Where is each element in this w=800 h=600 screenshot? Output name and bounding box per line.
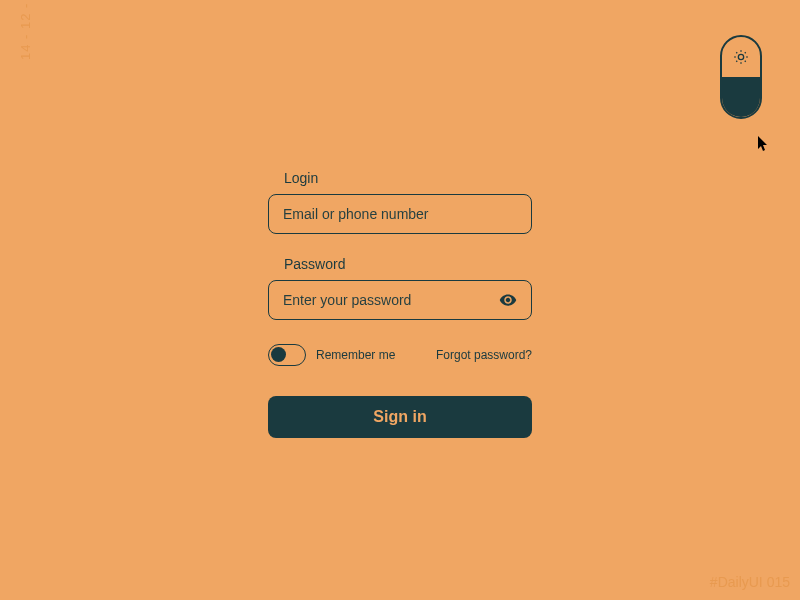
svg-line-3 [736,52,737,53]
login-field-group: Login Email or phone number [268,170,532,234]
svg-line-4 [745,61,746,62]
login-placeholder: Email or phone number [283,206,429,222]
theme-toggle-light [722,37,760,77]
remember-toggle[interactable] [268,344,306,366]
theme-toggle-dark [722,77,760,117]
options-row: Remember me Forgot password? [268,344,532,366]
password-placeholder: Enter your password [283,292,411,308]
signin-button[interactable]: Sign in [268,396,532,438]
login-label: Login [284,170,532,186]
remember-group: Remember me [268,344,395,366]
date-label: 14 - 12 - 2021 [18,0,33,60]
remember-label: Remember me [316,348,395,362]
svg-point-0 [738,54,743,59]
toggle-knob [271,347,286,362]
theme-toggle[interactable] [720,35,762,119]
password-label: Password [284,256,532,272]
password-field-group: Password Enter your password [268,256,532,320]
sun-icon [733,49,749,65]
svg-line-7 [736,61,737,62]
login-input[interactable]: Email or phone number [268,194,532,234]
eye-icon[interactable] [499,291,517,309]
footer-tag: #DailyUI 015 [710,574,790,590]
cursor-icon [758,136,770,152]
login-form: Login Email or phone number Password Ent… [268,170,532,438]
forgot-password-link[interactable]: Forgot password? [436,348,532,362]
svg-line-8 [745,52,746,53]
password-input[interactable]: Enter your password [268,280,532,320]
